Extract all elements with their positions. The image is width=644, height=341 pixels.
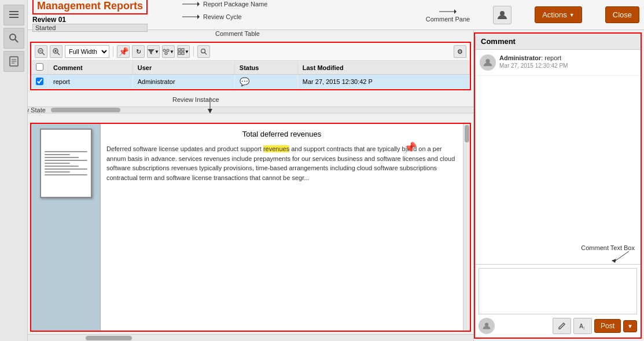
svg-line-17 xyxy=(42,53,45,55)
svg-text:↕: ↕ xyxy=(583,325,585,330)
highlight-revenues: revenues xyxy=(263,145,289,152)
svg-rect-2 xyxy=(9,17,19,18)
thumb-line-8 xyxy=(45,171,70,173)
comment-date: Mar 27, 2015 12:30:42 PM xyxy=(499,63,568,69)
svg-rect-1 xyxy=(9,14,19,15)
svg-point-3 xyxy=(10,34,16,40)
comment-entry-text: report xyxy=(544,54,561,61)
view-button[interactable]: ▼ xyxy=(177,45,190,58)
comment-avatar xyxy=(480,54,496,71)
comment-author: Administrator xyxy=(499,54,541,61)
bottom-h-scrollbar[interactable] xyxy=(28,334,473,341)
svg-line-31 xyxy=(205,53,207,54)
search-toolbar-button[interactable] xyxy=(197,45,210,58)
review-instance: Total deferred revenues 📌 Deferred softw… xyxy=(30,123,471,332)
comment-spacer xyxy=(475,76,641,244)
svg-point-15 xyxy=(500,11,505,16)
toolbar-separator-1 xyxy=(113,46,113,57)
svg-point-37 xyxy=(485,322,488,326)
pin-marker: 📌 xyxy=(404,141,417,154)
main-split: Comment Table F xyxy=(28,30,644,341)
review-cycle-label: Review Cycle xyxy=(203,13,242,20)
svg-rect-27 xyxy=(182,49,184,51)
row-comment-cell: report xyxy=(49,75,133,89)
post-button[interactable]: Post xyxy=(594,319,621,333)
col-checkbox xyxy=(31,61,49,75)
review-instance-annotation: Review Instance xyxy=(28,113,473,123)
select-all-checkbox[interactable] xyxy=(36,63,43,71)
comment-entry: Administrator: report Mar 27, 2015 12:30… xyxy=(475,50,641,76)
footer-avatar xyxy=(479,318,495,334)
toolbar-separator-2 xyxy=(193,46,194,57)
actions-button[interactable]: Actions ▼ xyxy=(535,6,582,23)
thumb-line-9 xyxy=(45,174,87,175)
preview-title: Total deferred revenues xyxy=(106,130,457,138)
thumb-line-1 xyxy=(45,151,87,152)
table-header-row: Comment User Status Last Modified xyxy=(31,61,470,75)
comment-meta: Administrator: report Mar 27, 2015 12:30… xyxy=(499,54,568,69)
edit-button[interactable] xyxy=(553,318,571,334)
user-icon-button[interactable] xyxy=(493,6,511,24)
content-area: Management Reports Review 01 Started Rep… xyxy=(28,0,644,341)
post-dropdown-button[interactable]: ▼ xyxy=(623,320,637,332)
sidebar-icon-list[interactable] xyxy=(3,5,24,25)
v-scrollbar[interactable] xyxy=(463,124,470,331)
comment-panel-header: Comment xyxy=(475,34,641,50)
bottom-scroll-thumb xyxy=(86,336,132,340)
row-checkbox[interactable] xyxy=(36,78,43,85)
table-row[interactable]: report Administrator 💬 Mar 27, 2015 12:3… xyxy=(31,75,470,89)
comment-actions: A↕ Post ▼ xyxy=(479,318,637,334)
comment-panel: Comment Administrator: report Mar 27, 20… xyxy=(474,32,642,339)
report-package-label: Report Package Name xyxy=(203,1,267,8)
thumb-line-5 xyxy=(45,163,70,164)
v-scrollbar-thumb xyxy=(465,125,469,142)
filter-button[interactable]: ▼ xyxy=(147,45,160,58)
comment-pane-label: Comment Pane xyxy=(426,16,470,23)
table-settings-button[interactable]: ⚙ xyxy=(454,45,466,58)
top-header: Management Reports Review 01 Started Rep… xyxy=(28,0,644,30)
svg-marker-36 xyxy=(612,259,616,263)
comment-table-label: Comment Table xyxy=(215,30,260,37)
svg-line-4 xyxy=(15,39,18,42)
comment-toolbar: Full Width Half Width 📌 ↻ ▼ xyxy=(31,43,470,61)
h-scrollbar-thumb xyxy=(51,108,120,112)
row-user-cell: Administrator xyxy=(133,75,234,89)
thumbnail-image xyxy=(40,129,92,198)
col-comment: Comment xyxy=(49,61,133,75)
svg-point-25 xyxy=(165,52,167,54)
col-user: User xyxy=(133,61,234,75)
actions-dropdown-arrow: ▼ xyxy=(569,12,575,18)
svg-line-20 xyxy=(57,53,60,55)
width-select[interactable]: Full Width Half Width xyxy=(65,45,109,58)
svg-point-34 xyxy=(485,59,490,63)
pin-button[interactable]: 📌 xyxy=(117,45,130,58)
comment-table-section: Full Width Half Width 📌 ↻ ▼ xyxy=(30,42,471,90)
group-button[interactable]: ▼ xyxy=(162,45,175,58)
sidebar-icon-search[interactable] xyxy=(3,28,24,49)
header-annotations: Report Package Name Review Cycle xyxy=(182,0,267,21)
svg-point-24 xyxy=(167,49,169,52)
sidebar xyxy=(0,0,28,341)
close-button[interactable]: Close xyxy=(605,6,639,23)
app-title: Management Reports xyxy=(32,0,148,14)
comment-textbox[interactable] xyxy=(479,268,637,314)
svg-marker-10 xyxy=(197,2,200,6)
thumb-line-3 xyxy=(45,157,79,158)
top-h-scrollbar[interactable] xyxy=(28,107,473,113)
refresh-button[interactable]: ↻ xyxy=(132,45,145,58)
zoom-out-button[interactable] xyxy=(35,45,47,58)
review-state-annotation-area: Review State xyxy=(30,95,473,107)
col-status: Status xyxy=(234,61,297,75)
thumb-line-2 xyxy=(45,154,70,155)
thumb-line-7 xyxy=(45,168,87,170)
thumb-line-4 xyxy=(45,160,87,161)
svg-point-30 xyxy=(201,49,205,53)
thumb-line-6 xyxy=(45,166,79,167)
thumbnail-panel xyxy=(31,124,101,331)
zoom-in-button[interactable] xyxy=(50,45,62,58)
row-date-cell: Mar 27, 2015 12:30:42 P xyxy=(297,75,469,89)
svg-rect-28 xyxy=(178,52,181,54)
row-checkbox-cell[interactable] xyxy=(31,75,49,89)
sidebar-icon-document[interactable] xyxy=(3,51,24,72)
format-button[interactable]: A↕ xyxy=(573,318,592,334)
